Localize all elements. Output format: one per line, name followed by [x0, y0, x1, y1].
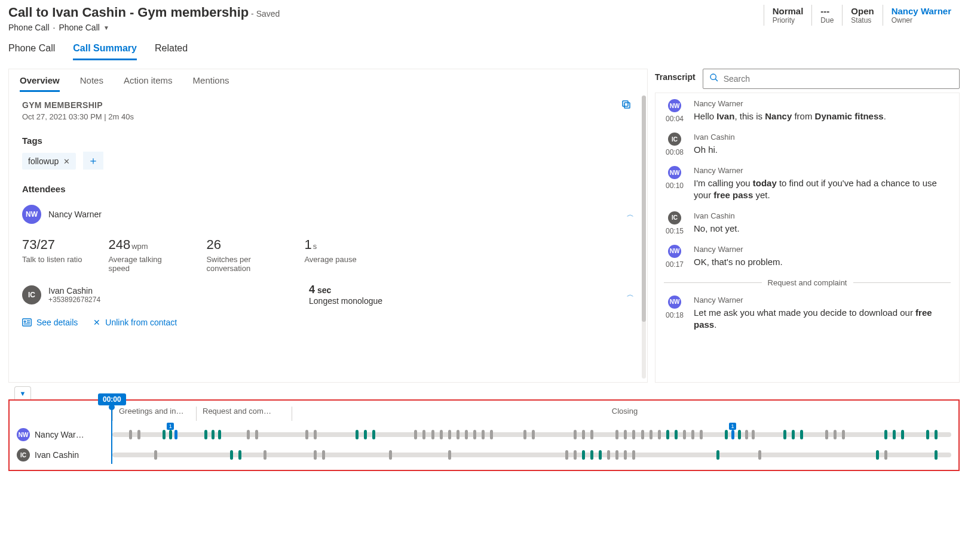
search-input[interactable] [724, 74, 953, 84]
svg-rect-1 [623, 101, 628, 106]
info-due[interactable]: --- Due [811, 5, 842, 26]
see-details-button[interactable]: See details [22, 318, 78, 327]
collapse-icon[interactable]: ︿ [627, 290, 634, 300]
waveform-tick [163, 430, 166, 439]
close-icon: ✕ [93, 318, 100, 327]
timeline-expand-button[interactable]: ▼ [14, 386, 31, 399]
stat-caption: Average pause [304, 255, 356, 264]
waveform-tick [490, 430, 493, 439]
transcript-row[interactable]: IC 00:08 Ivan Cashin Oh hi. [664, 133, 951, 156]
overview-scrollbar[interactable] [642, 96, 646, 379]
info-status[interactable]: Open Status [842, 5, 882, 26]
transcript-row[interactable]: NW 00:04 Nancy Warner Hello Ivan, this i… [664, 99, 951, 123]
waveform-tick [574, 430, 577, 439]
status-label: Status [851, 16, 874, 24]
waveform-tick [884, 430, 887, 439]
subtab-mentions[interactable]: Mentions [193, 75, 229, 92]
waveform-tick [238, 450, 241, 460]
speaker-name: Nancy Warner [694, 166, 945, 175]
track-nancy: NW Nancy War… 11 [17, 428, 951, 441]
waveform-tick [230, 450, 233, 460]
tag-remove-icon[interactable]: ✕ [63, 157, 70, 166]
stat-unit: sec [317, 285, 331, 295]
svg-rect-0 [624, 103, 630, 108]
stat-switches: 26 Switches per conversation [206, 237, 278, 273]
waveform-tick [314, 430, 317, 439]
attendee-nancy[interactable]: NW Nancy Warner ︿ [22, 200, 634, 229]
timeline-marker[interactable]: 1 [729, 423, 736, 430]
waveform-tick [825, 430, 828, 439]
waveform-tick [632, 450, 635, 460]
subtab-notes[interactable]: Notes [80, 75, 103, 92]
speaker-name: Ivan Cashin [694, 211, 740, 220]
segment-greetings[interactable]: Greetings and in… [112, 407, 196, 421]
add-tag-button[interactable]: ＋ [83, 152, 103, 170]
tab-call-summary[interactable]: Call Summary [73, 43, 137, 60]
waveform-tick [440, 430, 443, 439]
waveform-tick [465, 430, 468, 439]
waveform-tick [926, 430, 929, 439]
transcript-text: I'm calling you today to find out if you… [694, 177, 945, 202]
transcript-tab[interactable]: Transcript [655, 72, 696, 85]
subtab-overview[interactable]: Overview [20, 75, 60, 92]
tab-related[interactable]: Related [155, 43, 188, 60]
audio-track[interactable]: 11 [112, 432, 951, 437]
timestamp: 00:04 [666, 115, 684, 123]
attendee-name: Nancy Warner [48, 210, 102, 219]
waveform-tick [738, 430, 741, 439]
waveform-tick [876, 450, 879, 460]
waveform-tick [615, 430, 618, 439]
unlink-button[interactable]: ✕ Unlink from contact [93, 318, 177, 327]
transcript-text: Oh hi. [694, 144, 735, 156]
page-title-block: Call to Ivan Cashin - Gym membership - S… [8, 5, 280, 32]
stat-value: 26 [206, 237, 278, 253]
breadcrumb-sep: · [53, 23, 56, 32]
waveform-tick [683, 430, 686, 439]
segment-request[interactable]: Request and com… [196, 407, 292, 421]
timeline-marker[interactable]: 1 [167, 423, 174, 430]
transcript-row[interactable]: NW 00:18 Nancy Warner Let me ask you wha… [664, 296, 951, 331]
attendee-phone: +353892678274 [48, 296, 100, 304]
breadcrumb[interactable]: Phone Call · Phone Call ▼ [8, 23, 280, 32]
svg-point-3 [24, 321, 26, 322]
transcript-search[interactable] [703, 69, 960, 89]
timestamp: 00:08 [666, 148, 684, 156]
transcript-row[interactable]: NW 00:17 Nancy Warner OK, that's no prob… [664, 245, 951, 269]
waveform-tick [356, 430, 359, 439]
record-info: Normal Priority --- Due Open Status Nanc… [764, 5, 960, 26]
waveform-tick [590, 430, 593, 439]
waveform-tick [599, 450, 602, 460]
search-icon [709, 73, 719, 85]
transcript-row[interactable]: NW 00:10 Nancy Warner I'm calling you to… [664, 166, 951, 202]
main-tabs: Phone Call Call Summary Related [0, 32, 968, 60]
track-ivan: IC Ivan Cashin [17, 448, 951, 461]
waveform-tick [666, 430, 669, 439]
timeline-region: 00:00 Greetings and in… Request and com…… [8, 399, 960, 471]
collapse-icon[interactable]: ︿ [627, 210, 634, 220]
info-owner[interactable]: Nancy Warner Owner [883, 5, 960, 26]
timestamp: 00:15 [666, 227, 684, 235]
waveform-tick [901, 430, 904, 439]
stat-monologue: 4 sec Longest monologue [309, 284, 382, 306]
waveform-tick [247, 430, 250, 439]
transcript-row[interactable]: IC 00:15 Ivan Cashin No, not yet. [664, 211, 951, 235]
attendee-ivan[interactable]: IC Ivan Cashin +353892678274 4 sec Longe… [22, 284, 634, 306]
subtab-action-items[interactable]: Action items [124, 75, 173, 92]
waveform-tick [204, 430, 207, 439]
audio-track[interactable] [112, 453, 951, 457]
waveform-tick [169, 430, 172, 439]
waveform-tick [389, 450, 392, 460]
segment-closing[interactable]: Closing [292, 407, 951, 421]
tab-phone-call[interactable]: Phone Call [8, 43, 55, 60]
waveform-tick [174, 430, 177, 439]
tag-label: followup [28, 156, 59, 166]
owner-value: Nancy Warner [892, 6, 951, 16]
copy-icon[interactable] [621, 99, 632, 110]
tag-chip-followup[interactable]: followup ✕ [22, 153, 76, 170]
waveform-tick [448, 450, 451, 460]
attendees-heading: Attendees [22, 184, 634, 194]
avatar-ic: IC [22, 285, 41, 304]
chevron-down-icon[interactable]: ▼ [103, 24, 109, 31]
waveform-tick [716, 450, 719, 460]
info-priority[interactable]: Normal Priority [764, 5, 812, 26]
